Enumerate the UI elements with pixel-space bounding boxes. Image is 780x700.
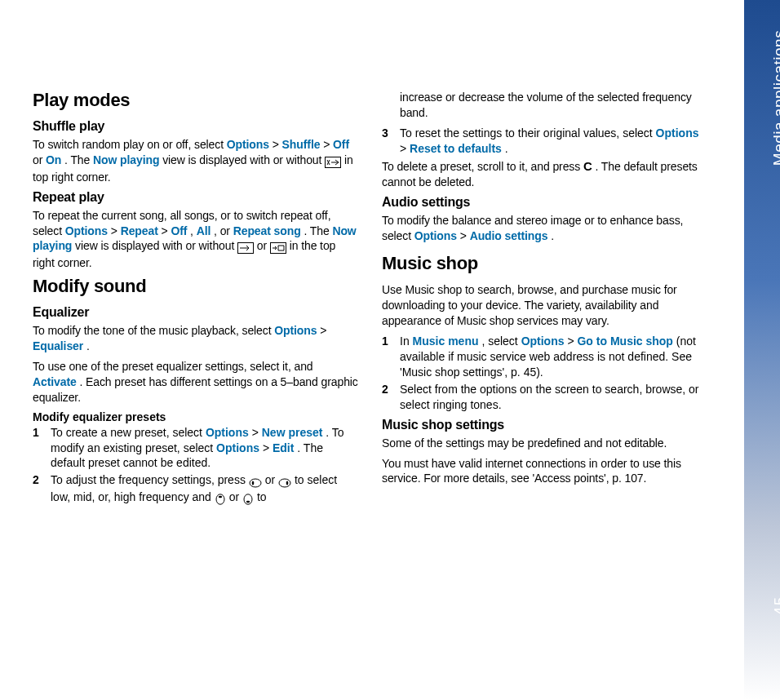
menu-options: Options	[414, 229, 457, 242]
separator: >	[252, 426, 262, 439]
menu-repeat-song: Repeat song	[233, 224, 301, 237]
repeat-one-icon	[237, 240, 254, 255]
heading-music-shop: Music shop	[382, 253, 708, 274]
text: .	[86, 339, 90, 352]
para-shuffle: To switch random play on or off, select …	[33, 137, 359, 185]
menu-reset-defaults: Reset to defaults	[410, 142, 502, 155]
heading-modify-presets: Modify equalizer presets	[33, 410, 359, 423]
menu-options: Options	[227, 138, 269, 151]
para-settings-predefined: Some of the settings may be predefined a…	[382, 436, 708, 451]
key-c-icon: C	[583, 158, 592, 175]
menu-repeat: Repeat	[121, 224, 158, 237]
text: To switch random play on or off, select	[33, 138, 227, 151]
menu-all: All	[197, 224, 211, 237]
separator: >	[323, 138, 333, 151]
separator: >	[162, 224, 171, 237]
svg-point-4	[252, 481, 255, 485]
step-text: Select from the options on the screen to…	[400, 382, 708, 413]
step2-continued: increase or decrease the volume of the s…	[382, 90, 708, 121]
svg-point-5	[279, 479, 290, 487]
step-number: 2	[33, 472, 44, 507]
svg-point-8	[219, 496, 222, 498]
menu-new-preset: New preset	[262, 426, 323, 439]
text: .	[551, 229, 554, 242]
text: To delete a preset, scroll to it, and pr…	[382, 160, 583, 173]
shuffle-icon	[325, 154, 341, 170]
scroll-left-icon	[249, 474, 262, 490]
side-tab: Media applications 45	[718, 0, 780, 700]
list-item: 1 In Music menu , select Options > Go to…	[382, 334, 708, 380]
scroll-up-icon	[215, 491, 226, 507]
text: . Each preset has different settings on …	[33, 375, 358, 404]
para-audio-settings: To modify the balance and stereo image o…	[382, 213, 708, 244]
list-item: 3 To reset the settings to their origina…	[382, 126, 708, 157]
menu-equaliser: Equaliser	[33, 339, 83, 352]
text: to	[257, 490, 267, 503]
menu-edit: Edit	[273, 441, 294, 454]
preset-steps-continued: 3 To reset the settings to their origina…	[382, 126, 708, 157]
two-column-layout: Play modes Shuffle play To switch random…	[33, 90, 710, 508]
menu-options: Options	[65, 224, 108, 237]
menu-on: On	[46, 153, 61, 166]
heading-modify-sound: Modify sound	[33, 276, 359, 297]
heading-audio-settings: Audio settings	[382, 195, 708, 210]
menu-options: Options	[216, 441, 259, 454]
para-delete-preset: To delete a preset, scroll to it, and pr…	[382, 158, 708, 190]
repeat-all-icon	[270, 240, 286, 255]
text: view is displayed with or without	[162, 153, 325, 166]
scroll-right-icon	[278, 474, 291, 490]
menu-audio-settings: Audio settings	[470, 229, 548, 242]
svg-point-3	[250, 479, 261, 487]
page-content: Play modes Shuffle play To switch random…	[0, 0, 718, 700]
menu-go-to-music-shop: Go to Music shop	[577, 334, 672, 348]
separator: >	[320, 324, 326, 337]
page-number: 45	[772, 596, 780, 615]
text: To use one of the preset equalizer setti…	[33, 360, 313, 373]
text: , or	[214, 224, 233, 237]
column-left: Play modes Shuffle play To switch random…	[33, 90, 359, 508]
separator: >	[273, 138, 282, 151]
text: or	[257, 239, 270, 252]
shop-steps: 1 In Music menu , select Options > Go to…	[382, 334, 708, 412]
heading-music-shop-settings: Music shop settings	[382, 418, 708, 432]
text: or	[265, 473, 278, 486]
text: . The	[64, 153, 93, 166]
step-number: 3	[382, 126, 393, 157]
menu-options: Options	[274, 324, 317, 337]
menu-now-playing: Now playing	[93, 153, 159, 166]
step-text: To reset the settings to their original …	[400, 126, 708, 157]
scroll-down-icon	[242, 491, 254, 507]
list-item: 2 Select from the options on the screen …	[382, 382, 708, 413]
menu-off: Off	[171, 224, 187, 237]
step-text: In Music menu , select Options > Go to M…	[400, 334, 708, 380]
text: To adjust the frequency settings, press	[51, 473, 249, 486]
step-text: To adjust the frequency settings, press …	[51, 472, 359, 507]
list-item: 2 To adjust the frequency settings, pres…	[33, 472, 359, 507]
text: or	[229, 490, 242, 503]
menu-options: Options	[206, 426, 249, 439]
step-number: 1	[382, 334, 393, 380]
section-label: Media applications	[770, 30, 780, 166]
text: To modify the tone of the music playback…	[33, 324, 274, 337]
menu-music-menu: Music menu	[413, 334, 479, 348]
preset-steps: 1 To create a new preset, select Options…	[33, 425, 359, 507]
heading-shuffle-play: Shuffle play	[33, 119, 359, 134]
text: .	[505, 142, 508, 155]
separator: >	[460, 229, 470, 242]
text: . The	[304, 224, 332, 237]
svg-point-9	[244, 494, 252, 504]
column-right: increase or decrease the volume of the s…	[382, 90, 708, 508]
svg-point-10	[246, 501, 250, 503]
para-eq-preset: To use one of the preset equalizer setti…	[33, 359, 359, 405]
para-repeat: To repeat the current song, all songs, o…	[33, 208, 359, 272]
separator: >	[567, 334, 577, 348]
text: view is displayed with or without	[75, 239, 237, 252]
heading-equalizer: Equalizer	[33, 305, 359, 320]
step-text: To create a new preset, select Options >…	[51, 425, 359, 472]
text: ,	[190, 224, 197, 237]
svg-point-6	[286, 481, 289, 485]
separator: >	[263, 441, 273, 454]
menu-options: Options	[521, 334, 565, 348]
step-number: 1	[33, 425, 44, 472]
separator: >	[111, 224, 121, 237]
